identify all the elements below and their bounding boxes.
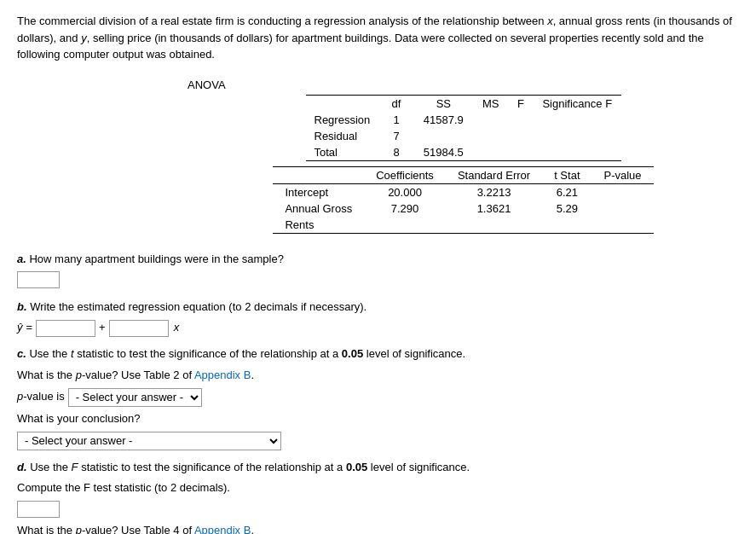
q-d-text-3: level of significance. (367, 461, 470, 473)
coeff-rents-pvalue (592, 217, 654, 234)
q-d-compute-text: Compute the F test statistic (to 2 decim… (17, 481, 230, 494)
coeff-rents-label: Rents (273, 217, 364, 234)
q-d-f-stat-input[interactable] (17, 501, 60, 518)
q-c-conclusion-dropdown[interactable]: - Select your answer - Reject H0 Do not … (17, 432, 281, 450)
q-b-yhat: ŷ (17, 319, 23, 337)
anova-row-regression-ss: 41587.9 (413, 112, 473, 128)
q-b-x: x (174, 319, 180, 337)
anova-row-residual-df: 7 (379, 128, 413, 144)
q-c-sig: 0.05 (342, 347, 363, 360)
anova-row-residual-ss (413, 128, 473, 144)
q-d-f-var: F (72, 461, 78, 473)
q-b-intercept-input[interactable] (36, 320, 95, 337)
anova-header-ss: SS (413, 95, 473, 112)
anova-row-total-f (508, 144, 534, 161)
q-b-equals: = (26, 319, 33, 337)
q-c-period: . (251, 369, 254, 381)
coeff-header-coeff: Coefficients (364, 166, 446, 183)
anova-row-regression-df: 1 (379, 112, 413, 128)
anova-row-regression-ms (474, 112, 508, 128)
q-a-label: a. (17, 252, 26, 265)
q-d-pvalue-q-text: What is the p-value? Use Table 4 of (17, 524, 194, 534)
anova-title: ANOVA (188, 78, 226, 91)
coeff-annualgross-se: 1.3621 (446, 200, 542, 217)
q-d-cursor: . (251, 524, 254, 534)
intro-text-1: The commercial division of a real estate… (17, 15, 547, 27)
intro-paragraph: The commercial division of a real estate… (17, 13, 739, 63)
anova-row-residual-ms (474, 128, 508, 144)
coeff-annualgross-label: Annual Gross (273, 200, 364, 217)
anova-row-regression-label: Regression (306, 112, 379, 128)
anova-header-sigf: Significance F (534, 95, 620, 112)
coeff-rents-coeff (364, 217, 446, 234)
q-d-text-2: statistic to test the significance of th… (78, 461, 346, 473)
anova-row-residual-f (508, 128, 534, 144)
coeff-intercept-se: 3.2213 (446, 183, 542, 200)
coeff-header-se: Standard Error (446, 166, 542, 183)
q-c-text-2: statistic to test the significance of th… (74, 347, 342, 360)
q-d-label: d. (17, 461, 27, 473)
q-c-pvalue-is: p-value is (17, 388, 65, 406)
intro-text-3: , selling price (in thousands of dollars… (17, 32, 704, 61)
coeff-annualgross-pvalue (592, 200, 654, 217)
q-a-input[interactable] (17, 271, 60, 288)
q-c-text-1: Use the (29, 347, 70, 360)
coeff-intercept-label: Intercept (273, 183, 364, 200)
anova-row-total-ss: 51984.5 (413, 144, 473, 161)
coeff-annualgross-tstat: 5.29 (542, 200, 592, 217)
q-d-text-1: Use the (30, 461, 71, 473)
anova-row-total-sigf (534, 144, 620, 161)
q-c-pvalue-q-text: What is the p-value? Use Table 2 of (17, 369, 194, 381)
coeff-header-pvalue: P-value (592, 166, 654, 183)
coeff-rents-se (446, 217, 542, 234)
q-b-label: b. (17, 300, 27, 313)
q-c-text-3: level of significance. (363, 347, 465, 360)
anova-row-regression-f (508, 112, 534, 128)
q-c-conclusion-q: What is your conclusion? (17, 412, 141, 425)
q-c-pvalue-dropdown[interactable]: - Select your answer - less than .005 be… (68, 388, 202, 407)
coeff-annualgross-coeff: 7.290 (364, 200, 446, 217)
anova-row-total-df: 8 (379, 144, 413, 161)
coeff-intercept-pvalue (592, 183, 654, 200)
q-d-sig: 0.05 (346, 461, 367, 473)
q-b-slope-input[interactable] (109, 320, 169, 337)
q-c-appendix-link[interactable]: Appendix B (194, 369, 251, 381)
q-b-plus: + (99, 319, 106, 337)
coeff-header-tstat: t Stat (542, 166, 592, 183)
anova-header-f: F (508, 95, 534, 112)
coeff-intercept-tstat: 6.21 (542, 183, 592, 200)
anova-header-ms: MS (474, 95, 508, 112)
anova-row-regression-sigf (534, 112, 620, 128)
anova-row-residual-label: Residual (306, 128, 379, 144)
coeff-intercept-coeff: 20.000 (364, 183, 446, 200)
q-c-label: c. (17, 347, 26, 360)
anova-row-residual-sigf (534, 128, 620, 144)
anova-row-total-ms (474, 144, 508, 161)
q-d-appendix-link[interactable]: Appendix B (194, 524, 251, 534)
q-b-text: Write the estimated regression equation … (30, 300, 366, 313)
anova-header-df: df (379, 95, 413, 112)
q-a-text: How many apartment buildings were in the… (29, 252, 283, 265)
coeff-rents-tstat (542, 217, 592, 234)
anova-row-total-label: Total (306, 144, 379, 161)
